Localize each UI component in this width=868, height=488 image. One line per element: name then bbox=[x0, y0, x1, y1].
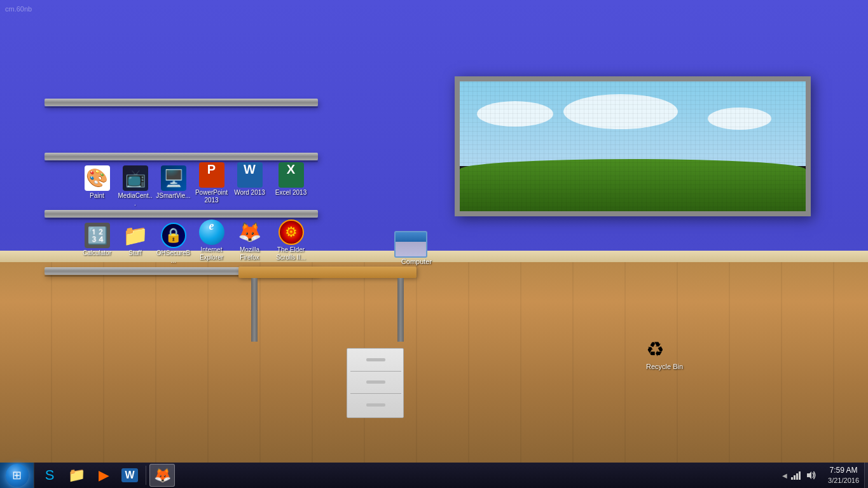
ie-icon-label: Internet Explorer bbox=[194, 246, 229, 261]
stuff-icon-image bbox=[123, 223, 148, 248]
watermark: cm.60nb bbox=[5, 5, 32, 13]
svg-rect-1 bbox=[794, 475, 796, 480]
ie-icon-image: e bbox=[199, 220, 224, 245]
drawer-handle-2 bbox=[366, 380, 385, 384]
taskbar: S 📁 ▶ W 🦊 ◀ bbox=[0, 463, 868, 488]
firefox-taskbar-icon: 🦊 bbox=[154, 467, 171, 484]
ohsecure-icon-image bbox=[161, 223, 186, 248]
desk-leg-left bbox=[251, 278, 258, 342]
elderscrolls-icon-image bbox=[279, 220, 304, 245]
floor bbox=[0, 259, 868, 463]
ie-icon[interactable]: e Internet Explorer bbox=[194, 220, 229, 261]
stuff-icon-label: Stuff bbox=[118, 249, 153, 257]
mediacenter-icon-label: MediaCent... bbox=[118, 192, 153, 207]
firefox-icon[interactable]: Mozilla Firefox bbox=[232, 220, 267, 261]
desk-legs bbox=[238, 278, 417, 342]
smartview-icon-image bbox=[161, 165, 186, 191]
paint-icon-label: Paint bbox=[79, 192, 114, 200]
svg-marker-4 bbox=[807, 471, 811, 479]
powerpoint-icon-label: PowerPoint 2013 bbox=[194, 189, 229, 204]
desk-leg-right bbox=[397, 278, 404, 342]
tray-volume-icon[interactable] bbox=[805, 463, 818, 488]
shelf-3 bbox=[45, 210, 318, 218]
elderscrolls-icon-label: The Elder Scrolls II... bbox=[273, 246, 308, 261]
elderscrolls-icon[interactable]: The Elder Scrolls II... bbox=[273, 220, 308, 261]
system-tray: ◀ bbox=[777, 463, 823, 488]
tray-expand-arrow[interactable]: ◀ bbox=[782, 472, 787, 479]
taskbar-word[interactable]: W bbox=[117, 464, 142, 487]
explorer-icon: 📁 bbox=[68, 467, 85, 484]
mediaplayer-icon: ▶ bbox=[99, 468, 108, 483]
smartview-icon[interactable]: JSmartVie... bbox=[156, 165, 191, 200]
paint-icon-image bbox=[85, 165, 110, 191]
drawer-divider-2 bbox=[350, 393, 401, 394]
drawer-handle-1 bbox=[366, 358, 385, 361]
picture-frame bbox=[455, 76, 811, 216]
drawer-divider-1 bbox=[350, 371, 401, 372]
mediacenter-icon-image bbox=[123, 165, 148, 191]
taskbar-mediaplayer[interactable]: ▶ bbox=[90, 464, 116, 487]
network-icon bbox=[791, 471, 801, 480]
taskbar-explorer[interactable]: 📁 bbox=[64, 464, 89, 487]
ohsecure-icon-label: OHSecureB... bbox=[156, 249, 191, 265]
desk-top bbox=[238, 267, 417, 278]
drawer-handle-3 bbox=[366, 403, 385, 407]
word2013-icon-label: Word 2013 bbox=[232, 189, 267, 197]
recycle-bin-icon[interactable]: ♻ Recycle Bin bbox=[642, 336, 687, 370]
excel2013-icon-image: X bbox=[279, 162, 304, 188]
computer-icon[interactable]: Computer bbox=[394, 231, 439, 265]
calculator-icon[interactable]: Calculator bbox=[79, 223, 114, 257]
tray-network-icon[interactable] bbox=[790, 463, 803, 488]
word2013-icon-image: W bbox=[237, 162, 263, 188]
desktop: Computer ♻ Recycle Bin cm.60nb Paint Med… bbox=[0, 0, 868, 463]
clock-time: 7:59 AM bbox=[830, 466, 858, 476]
volume-icon bbox=[806, 471, 816, 480]
skype-icon: S bbox=[45, 467, 55, 484]
powerpoint-icon-image: P bbox=[199, 162, 224, 188]
excel2013-icon[interactable]: X Excel 2013 bbox=[273, 162, 308, 197]
firefox-icon-image bbox=[237, 220, 263, 245]
svg-rect-0 bbox=[791, 477, 793, 480]
word2013-icon[interactable]: W Word 2013 bbox=[232, 162, 267, 197]
computer-icon-label: Computer bbox=[394, 258, 439, 265]
shelf-2 bbox=[45, 153, 318, 160]
recycle-bin-image: ♻ bbox=[642, 336, 668, 363]
taskbar-firefox[interactable]: 🦊 bbox=[149, 464, 175, 487]
ohsecure-icon[interactable]: OHSecureB... bbox=[156, 223, 191, 265]
taskbar-skype[interactable]: S bbox=[37, 464, 62, 487]
word-taskbar-icon: W bbox=[121, 468, 137, 482]
clock-date: 3/21/2016 bbox=[828, 476, 859, 485]
paint-icon[interactable]: Paint bbox=[79, 165, 114, 200]
stuff-icon[interactable]: Stuff bbox=[118, 223, 153, 257]
svg-rect-3 bbox=[799, 471, 801, 480]
desk-drawer bbox=[347, 348, 404, 418]
show-desktop-button[interactable] bbox=[864, 463, 868, 488]
calculator-icon-label: Calculator bbox=[79, 249, 114, 257]
powerpoint-icon[interactable]: P PowerPoint 2013 bbox=[194, 162, 229, 204]
start-button[interactable] bbox=[0, 463, 34, 488]
computer-icon-image bbox=[394, 231, 427, 258]
firefox-icon-label: Mozilla Firefox bbox=[232, 246, 267, 261]
recycle-bin-label: Recycle Bin bbox=[642, 363, 687, 370]
shelf-1 bbox=[45, 99, 318, 106]
mediacenter-icon[interactable]: MediaCent... bbox=[118, 165, 153, 207]
svg-rect-2 bbox=[796, 473, 798, 480]
taskbar-pinned: S 📁 ▶ W 🦊 bbox=[34, 463, 177, 488]
picture-inner bbox=[460, 81, 806, 211]
taskbar-clock[interactable]: 7:59 AM 3/21/2016 bbox=[823, 463, 864, 488]
excel2013-icon-label: Excel 2013 bbox=[273, 189, 308, 197]
start-orb bbox=[6, 464, 29, 487]
smartview-icon-label: JSmartVie... bbox=[156, 192, 191, 200]
pic-overlay bbox=[460, 81, 806, 211]
calculator-icon-image bbox=[85, 223, 110, 248]
taskbar-divider bbox=[146, 466, 146, 485]
